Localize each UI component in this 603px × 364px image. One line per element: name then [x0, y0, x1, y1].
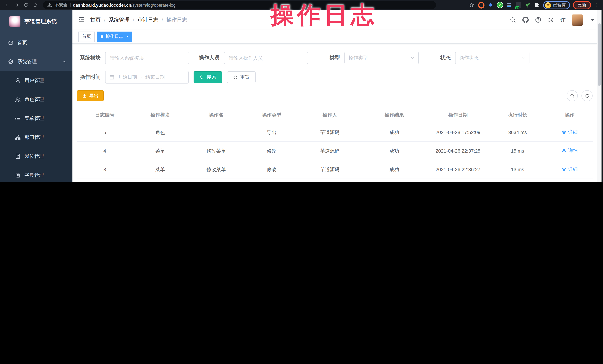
- extension-dark-on-icon[interactable]: on: [515, 2, 522, 8]
- help-icon[interactable]: [535, 17, 541, 23]
- sidebar-item[interactable]: 部门管理: [0, 128, 72, 147]
- breadcrumb-system[interactable]: 系统管理: [109, 17, 129, 23]
- gear-icon: [8, 58, 14, 64]
- status-select[interactable]: 操作状态: [455, 52, 529, 64]
- table-cell: 4: [77, 142, 133, 160]
- font-size-icon[interactable]: tT: [560, 17, 566, 23]
- module-input[interactable]: [105, 52, 189, 64]
- home-icon[interactable]: [32, 2, 38, 8]
- action-cell: 详细: [547, 160, 592, 179]
- sidebar-item[interactable]: 角色管理: [0, 90, 72, 109]
- detail-link[interactable]: 详细: [561, 129, 578, 135]
- tab-home[interactable]: 首页: [78, 31, 95, 42]
- reload-icon[interactable]: [22, 2, 29, 8]
- fullscreen-icon[interactable]: [548, 17, 554, 23]
- bookmark-star-icon[interactable]: [468, 2, 475, 8]
- filter-row-1: 系统模块 操作人员 类型 操作类型 状态 操作状态: [77, 52, 592, 64]
- update-button[interactable]: 更新: [573, 1, 591, 9]
- sidebar-item[interactable]: 系统管理: [0, 52, 72, 71]
- browser-actions: v on 已暂停 更新 ⋮: [468, 1, 599, 9]
- url-bar[interactable]: 不安全 dashboard.yudao.iocoder.cn/system/lo…: [43, 1, 436, 9]
- status-select-placeholder: 操作状态: [459, 55, 478, 61]
- table-cell: 2021-04-28 17:52:09: [428, 123, 488, 142]
- detail-link-label: 详细: [568, 166, 578, 173]
- scrollbar-thumb[interactable]: [598, 23, 601, 86]
- url-text: dashboard.yudao.iocoder.cn/system/log/op…: [73, 3, 175, 7]
- calendar-icon: [109, 75, 115, 80]
- table-cell: 修改菜单: [188, 142, 244, 160]
- back-icon[interactable]: [4, 2, 11, 8]
- detail-link[interactable]: 详细: [561, 166, 578, 173]
- extensions-puzzle-icon[interactable]: [534, 2, 540, 8]
- breadcrumb-separator: /: [104, 17, 105, 23]
- active-tab-dot: [101, 35, 103, 38]
- search-icon[interactable]: [510, 17, 516, 23]
- toggle-search-icon[interactable]: [567, 90, 578, 101]
- column-header: 操作结果: [361, 107, 428, 123]
- detail-link[interactable]: 详细: [561, 147, 578, 154]
- table-cell: 2: [77, 179, 133, 182]
- table-cell: 芋道源码: [299, 123, 361, 142]
- tab-close-icon[interactable]: ×: [126, 34, 129, 39]
- page-scrollbar[interactable]: [597, 10, 602, 182]
- breadcrumb-separator: /: [133, 17, 134, 23]
- tab-operate-log[interactable]: 操作日志 ×: [97, 31, 132, 42]
- extension-orange-ring-icon[interactable]: [478, 2, 484, 8]
- github-icon[interactable]: [522, 17, 529, 23]
- operator-label: 操作人员: [199, 55, 224, 61]
- extension-green-v-icon[interactable]: v: [497, 2, 503, 8]
- table-cell: 角色: [133, 123, 188, 142]
- extension-blue-drop-icon[interactable]: [487, 2, 494, 8]
- sidebar-item[interactable]: 字典管理: [0, 165, 72, 182]
- user-avatar[interactable]: [572, 14, 583, 25]
- badge-icon: [15, 153, 21, 159]
- sidebar-item[interactable]: 用户管理: [0, 71, 72, 90]
- reset-button[interactable]: 重置: [227, 71, 256, 83]
- url-domain: dashboard.yudao.iocoder.cn: [73, 3, 131, 7]
- logo-image: [9, 16, 20, 27]
- detail-link-label: 详细: [568, 147, 578, 154]
- export-button[interactable]: 导出: [77, 90, 104, 101]
- column-header: 操作名: [188, 107, 244, 123]
- column-header: 操作模块: [133, 107, 188, 123]
- table-row: 4菜单修改菜单修改芋道源码成功2021-04-26 22:37:2515 ms详…: [77, 142, 592, 160]
- breadcrumb-home[interactable]: 首页: [90, 17, 101, 23]
- avatar-caret-icon[interactable]: [589, 17, 596, 23]
- table-cell: 15 ms: [488, 179, 547, 182]
- profile-paused-chip[interactable]: 已暂停: [543, 1, 570, 9]
- filter-row-2: 操作时间 开始日期 - 结束日期 搜索 重置: [77, 71, 592, 84]
- type-select[interactable]: 操作类型: [344, 52, 419, 64]
- search-button[interactable]: 搜索: [194, 71, 222, 83]
- table-cell: 修改菜单: [188, 160, 244, 179]
- extension-bars-icon[interactable]: [506, 2, 512, 8]
- breadcrumb-audit[interactable]: 审计日志: [138, 17, 159, 23]
- table-cell: [188, 123, 244, 142]
- date-range-picker[interactable]: 开始日期 - 结束日期: [105, 71, 189, 84]
- table-tools: [567, 90, 592, 101]
- user-icon: [15, 77, 21, 83]
- sidebar-item-label: 角色管理: [24, 96, 44, 103]
- type-label: 类型: [330, 55, 344, 61]
- menu-list-icon: [15, 115, 21, 121]
- app-shell: 芋道管理系统 首页系统管理用户管理角色管理菜单管理部门管理岗位管理字典管理通知公…: [0, 10, 603, 182]
- column-header: 操作类型: [244, 107, 299, 123]
- column-header: 操作: [547, 107, 592, 123]
- sidebar-item[interactable]: 菜单管理: [0, 109, 72, 128]
- sidebar-item[interactable]: 岗位管理: [0, 147, 72, 165]
- emoji-avatar-icon: [545, 2, 551, 8]
- forward-icon[interactable]: [13, 2, 20, 8]
- sidebar-logo[interactable]: 芋道管理系统: [0, 10, 72, 33]
- table-cell: 修改: [244, 142, 299, 160]
- chevron-down-icon: [410, 56, 415, 60]
- browser-menu-icon[interactable]: ⋮: [594, 2, 599, 8]
- operator-input[interactable]: [224, 52, 308, 64]
- refresh-icon[interactable]: [581, 90, 592, 101]
- extension-leaf-icon[interactable]: [524, 2, 531, 8]
- table-cell: 3634 ms: [488, 123, 547, 142]
- sidebar-collapse-icon[interactable]: [78, 16, 85, 24]
- sidebar-item-label: 菜单管理: [24, 115, 44, 121]
- column-header: 操作人: [299, 107, 361, 123]
- eye-icon: [561, 167, 567, 172]
- sidebar-item[interactable]: 首页: [0, 33, 72, 52]
- sidebar-menu: 首页系统管理用户管理角色管理菜单管理部门管理岗位管理字典管理通知公告审计日志操作…: [0, 33, 72, 182]
